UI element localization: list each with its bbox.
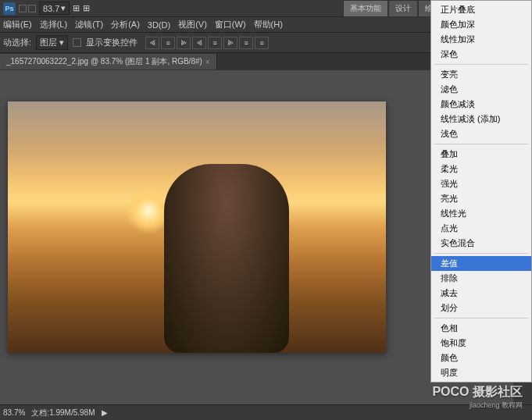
blend-hue[interactable]: 色相	[431, 321, 531, 336]
close-icon[interactable]: ×	[205, 58, 210, 66]
blend-exclusion[interactable]: 排除	[431, 271, 531, 286]
blend-lighten[interactable]: 变亮	[431, 67, 531, 82]
menu-edit[interactable]: 编辑(E)	[3, 19, 32, 30]
blend-vivid-light[interactable]: 亮光	[431, 191, 531, 206]
blend-darker-color[interactable]: 深色	[431, 47, 531, 62]
blend-luminosity[interactable]: 明度	[431, 365, 531, 380]
blend-lighter-color[interactable]: 浅色	[431, 126, 531, 141]
nav-back-icon[interactable]	[19, 5, 27, 12]
align-left-icon[interactable]: ⫷	[145, 37, 159, 49]
align-right-icon[interactable]: ⫸	[177, 37, 191, 49]
auto-select-label: 动选择:	[3, 37, 31, 48]
menu-filter[interactable]: 滤镜(T)	[75, 19, 103, 30]
status-zoom[interactable]: 83.7%	[3, 408, 25, 417]
blend-linear-dodge[interactable]: 线性减淡 (添加)	[431, 112, 531, 126]
status-doc-size[interactable]: 文档:1.99M/5.98M	[31, 408, 95, 418]
view-grid-icon[interactable]: ⊞	[73, 3, 80, 13]
menu-help[interactable]: 帮助(H)	[254, 19, 283, 30]
blend-multiply[interactable]: 正片叠底	[431, 2, 531, 17]
nav-fwd-icon[interactable]	[28, 5, 36, 12]
menu-select[interactable]: 选择(L)	[40, 19, 67, 30]
menu-view[interactable]: 视图(V)	[178, 19, 207, 30]
workspace-design-tab[interactable]: 设计	[388, 0, 418, 17]
blend-soft-light[interactable]: 柔光	[431, 162, 531, 176]
document-canvas[interactable]	[8, 101, 386, 353]
distribute-h-icon[interactable]: ≡	[239, 37, 253, 49]
blend-linear-light[interactable]: 线性光	[431, 206, 531, 221]
zoom-level[interactable]: 83.7 ▾	[39, 2, 70, 15]
show-transform-checkbox[interactable]	[73, 38, 81, 47]
arrow-right-icon[interactable]: ▶	[102, 408, 108, 417]
blend-color-dodge[interactable]: 颜色减淡	[431, 97, 531, 112]
blend-color-burn[interactable]: 颜色加深	[431, 17, 531, 32]
watermark: POCO 摄影社区 jiaocheng 教程网	[432, 384, 523, 411]
blend-difference[interactable]: 差值	[431, 256, 531, 271]
menu-separator	[434, 64, 528, 65]
watermark-main: POCO 摄影社区	[432, 384, 523, 400]
distribute-v-icon[interactable]: ≡	[255, 37, 269, 49]
chevron-down-icon: ▾	[59, 37, 64, 47]
menu-analysis[interactable]: 分析(A)	[111, 19, 140, 30]
blend-hard-mix[interactable]: 实色混合	[431, 236, 531, 251]
blend-pin-light[interactable]: 点光	[431, 221, 531, 236]
align-top-icon[interactable]: ⫷	[192, 37, 206, 49]
watermark-sub: jiaocheng 教程网	[432, 400, 523, 411]
chevron-down-icon: ▾	[61, 3, 66, 13]
align-center-icon[interactable]: ≡	[161, 37, 175, 49]
auto-select-dropdown[interactable]: 图层 ▾	[36, 35, 68, 50]
align-middle-icon[interactable]: ≡	[208, 37, 222, 49]
blend-mode-menu: 正片叠底 颜色加深 线性加深 深色 变亮 滤色 颜色减淡 线性减淡 (添加) 浅…	[430, 0, 532, 383]
document-tab-title: _1657270063222_2.jpg @ 83.7% (图层 1 副本, R…	[6, 56, 202, 67]
zoom-value: 83.7	[43, 4, 59, 13]
blend-saturation[interactable]: 饱和度	[431, 336, 531, 351]
app-logo: Ps	[3, 2, 16, 15]
align-bottom-icon[interactable]: ⫸	[223, 37, 237, 49]
menu-separator	[434, 253, 528, 254]
menu-window[interactable]: 窗口(W)	[215, 19, 246, 30]
show-transform-label: 显示变换控件	[86, 37, 137, 48]
blend-linear-burn[interactable]: 线性加深	[431, 32, 531, 47]
workspace-basic-tab[interactable]: 基本功能	[343, 0, 388, 17]
menu-separator	[434, 318, 528, 319]
blend-screen[interactable]: 滤色	[431, 82, 531, 97]
menu-separator	[434, 144, 528, 144]
blend-overlay[interactable]: 叠加	[431, 147, 531, 162]
blend-divide[interactable]: 划分	[431, 301, 531, 315]
document-tab[interactable]: _1657270063222_2.jpg @ 83.7% (图层 1 副本, R…	[0, 54, 217, 69]
blend-subtract[interactable]: 减去	[431, 286, 531, 301]
blend-color[interactable]: 颜色	[431, 351, 531, 365]
image-content	[164, 164, 289, 353]
blend-hard-light[interactable]: 强光	[431, 176, 531, 191]
menu-3d[interactable]: 3D(D)	[148, 20, 170, 30]
view-extras-icon[interactable]: ⊞	[83, 3, 90, 13]
